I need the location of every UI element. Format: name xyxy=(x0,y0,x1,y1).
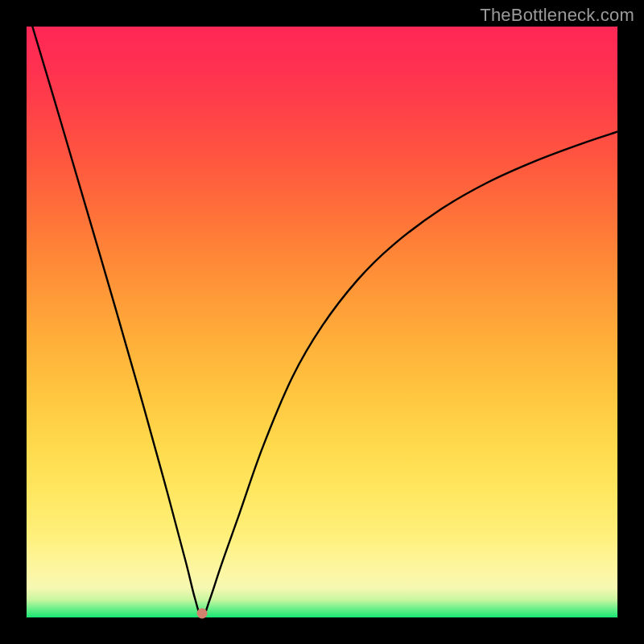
plot-area xyxy=(27,27,617,617)
chart-stage: TheBottleneck.com xyxy=(0,0,644,644)
watermark-text: TheBottleneck.com xyxy=(480,5,634,26)
bottleneck-curve xyxy=(27,27,617,617)
minimum-marker xyxy=(196,608,207,618)
